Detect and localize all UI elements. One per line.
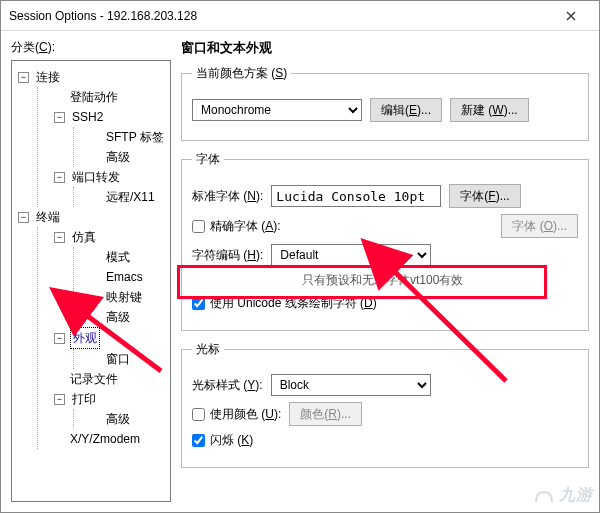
color-scheme-group: 当前颜色方案 (S) Monochrome 编辑(E)... 新建 (W)...	[181, 65, 589, 141]
tree-portfwd[interactable]: −端口转发 远程/X11	[52, 167, 166, 207]
tree-sftp[interactable]: SFTP 标签	[88, 127, 166, 147]
charset-label: 字符编码 (H):	[192, 247, 263, 264]
tree-adv1[interactable]: 高级	[88, 147, 166, 167]
edit-button[interactable]: 编辑(E)...	[370, 98, 442, 122]
close-button[interactable]	[551, 2, 591, 30]
tree-login[interactable]: 登陆动作	[52, 87, 166, 107]
tree-adv3[interactable]: 高级	[88, 409, 166, 429]
tree-ssh2[interactable]: −SSH2 SFTP 标签 高级	[52, 107, 166, 167]
tree-window[interactable]: 窗口	[88, 349, 166, 369]
tree-term[interactable]: −终端 −仿真 模式 Emacs 映射键 高级 −外观	[16, 207, 166, 449]
category-label: 分类(C):	[11, 39, 171, 56]
tree-print[interactable]: −打印 高级	[52, 389, 166, 429]
charset-note: 只有预设和无对字体vt100有效	[302, 272, 578, 289]
charset-select[interactable]: Default	[271, 244, 431, 266]
titlebar: Session Options - 192.168.203.128	[1, 1, 599, 31]
tree-appearance[interactable]: −外观 窗口	[52, 327, 166, 369]
cursor-group: 光标 光标样式 (Y): Block 使用颜色 (U): 颜色(R)... 闪烁…	[181, 341, 589, 468]
tree-adv2[interactable]: 高级	[88, 307, 166, 327]
collapse-icon[interactable]: −	[54, 232, 65, 243]
group-legend: 光标	[192, 341, 224, 358]
tree-emul[interactable]: −仿真 模式 Emacs 映射键 高级	[52, 227, 166, 327]
unicode-draw-check[interactable]: 使用 Unicode 线条绘制字符 (D)	[192, 295, 377, 312]
collapse-icon[interactable]: −	[54, 394, 65, 405]
page-title: 窗口和文本外观	[181, 39, 589, 57]
collapse-icon[interactable]: −	[54, 112, 65, 123]
watermark: 九游	[534, 485, 593, 506]
group-legend: 字体	[192, 151, 224, 168]
font-group: 字体 标准字体 (N): 字体(F)... 精确字体 (A): 字体 (O)..…	[181, 151, 589, 331]
exact-font-check[interactable]: 精确字体 (A):	[192, 218, 281, 235]
category-pane: 分类(C): −连接 登陆动作 −SSH2 SFTP 标签 高级	[11, 39, 171, 502]
collapse-icon[interactable]: −	[18, 212, 29, 223]
tree-conn[interactable]: −连接 登陆动作 −SSH2 SFTP 标签 高级 −端口转发	[16, 67, 166, 207]
tree-mapkey[interactable]: 映射键	[88, 287, 166, 307]
cursor-style-select[interactable]: Block	[271, 374, 431, 396]
new-button[interactable]: 新建 (W)...	[450, 98, 529, 122]
blink-check[interactable]: 闪烁 (K)	[192, 432, 253, 449]
tree-mode[interactable]: 模式	[88, 247, 166, 267]
group-legend: 当前颜色方案 (S)	[192, 65, 291, 82]
color-scheme-select[interactable]: Monochrome	[192, 99, 362, 121]
std-font-label: 标准字体 (N):	[192, 188, 263, 205]
cursor-style-label: 光标样式 (Y):	[192, 377, 263, 394]
collapse-icon[interactable]: −	[54, 333, 65, 344]
collapse-icon[interactable]: −	[18, 72, 29, 83]
use-color-check[interactable]: 使用颜色 (U):	[192, 406, 281, 423]
session-options-dialog: Session Options - 192.168.203.128 分类(C):…	[0, 0, 600, 513]
tree-remote[interactable]: 远程/X11	[88, 187, 166, 207]
font-display	[271, 185, 441, 207]
logo-icon	[534, 488, 554, 504]
collapse-icon[interactable]: −	[54, 172, 65, 183]
font-button-2: 字体 (O)...	[501, 214, 578, 238]
category-tree[interactable]: −连接 登陆动作 −SSH2 SFTP 标签 高级 −端口转发	[11, 60, 171, 502]
tree-emacs[interactable]: Emacs	[88, 267, 166, 287]
tree-logfile[interactable]: 记录文件	[52, 369, 166, 389]
tree-xyz[interactable]: X/Y/Zmodem	[52, 429, 166, 449]
window-title: Session Options - 192.168.203.128	[9, 9, 551, 23]
close-icon	[566, 11, 576, 21]
settings-pane: 窗口和文本外观 当前颜色方案 (S) Monochrome 编辑(E)... 新…	[181, 39, 589, 502]
font-button[interactable]: 字体(F)...	[449, 184, 520, 208]
color-button: 颜色(R)...	[289, 402, 362, 426]
